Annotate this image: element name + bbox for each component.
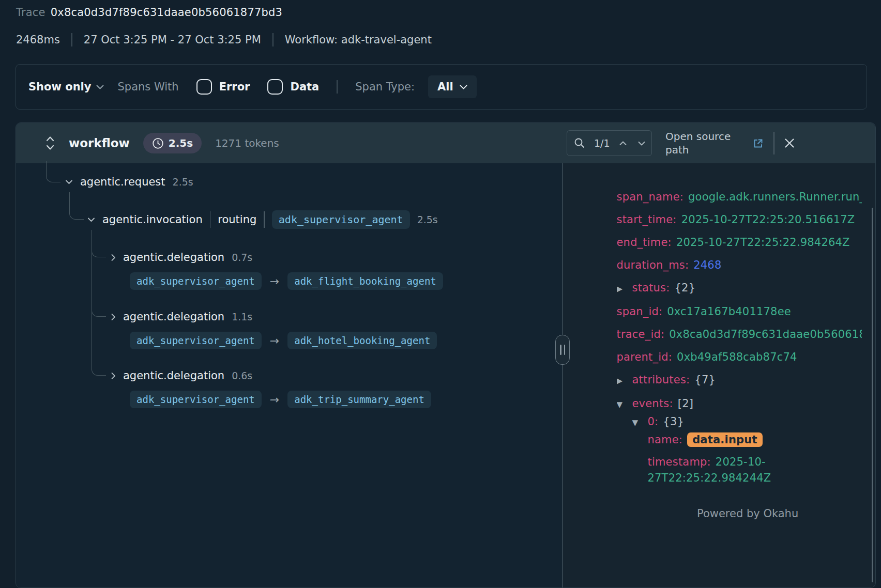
trace-id: 0x8ca0d3d7f89c631daae0b56061877bd3 <box>51 6 282 19</box>
agent-chip[interactable]: adk_hotel_booking_agent <box>287 332 437 349</box>
trace-label: Trace <box>16 6 45 19</box>
error-checkbox[interactable] <box>196 79 212 95</box>
span-name: agentic.delegation <box>123 311 224 323</box>
close-icon[interactable] <box>784 137 795 149</box>
agent-chip[interactable]: adk_supervisor_agent <box>272 210 410 229</box>
span-duration: 2.5s <box>417 214 438 225</box>
filter-bar: Show only Spans With Error Data Span Typ… <box>16 64 867 110</box>
detail-key: span_id: <box>617 305 663 318</box>
search-prev-button[interactable] <box>619 141 627 146</box>
caret-right-icon[interactable]: ▶ <box>617 373 632 389</box>
detail-value: 0xb49af588cab87c74 <box>677 351 797 363</box>
trace-workflow: Workflow: adk-travel-agent <box>285 34 432 46</box>
detail-key: status: <box>632 282 670 294</box>
error-checkbox-label[interactable]: Error <box>219 81 250 93</box>
agent-chip[interactable]: adk_flight_booking_agent <box>287 272 443 290</box>
delegation-agents-1: adk_supervisor_agent → adk_flight_bookin… <box>130 270 443 292</box>
detail-row-duration-ms: duration_ms:2468 <box>617 257 862 273</box>
chevron-right-icon[interactable] <box>111 254 116 261</box>
span-type-label: Span Type: <box>355 81 415 93</box>
delegation-agents-3: adk_supervisor_agent → adk_trip_summary_… <box>130 388 431 411</box>
sort-icon[interactable] <box>45 135 55 151</box>
detail-value: 0xc17a167b401178ee <box>667 305 791 318</box>
workflow-tokens: 1271 tokens <box>215 137 279 149</box>
event-name-badge: data.input <box>687 432 763 447</box>
detail-key: timestamp: <box>648 456 711 468</box>
tree-connector <box>46 161 60 182</box>
agent-chip[interactable]: adk_trip_summary_agent <box>287 391 431 408</box>
trace-time-range: 27 Oct 3:25 PM - 27 Oct 3:25 PM <box>84 34 261 46</box>
detail-value: {7} <box>694 374 716 386</box>
chevron-down-icon[interactable] <box>87 217 95 222</box>
divider <box>773 132 774 154</box>
detail-value: 2025-10-27T22:25:20.516617Z <box>681 213 855 226</box>
detail-value: 0x8ca0d3d7f89c631daae0b56061877bd3 <box>669 328 862 341</box>
chevron-down-icon <box>96 85 104 89</box>
chevron-down-icon[interactable] <box>65 179 73 184</box>
divider <box>71 33 72 47</box>
detail-key: end_time: <box>617 236 672 249</box>
span-type-select[interactable]: All <box>428 75 477 98</box>
search-match-counter: 1/1 <box>594 137 610 149</box>
chevron-right-icon[interactable] <box>111 313 116 321</box>
workflow-header-bar: workflow 2.5s 1271 tokens <box>16 123 875 163</box>
detail-row-event-0: ▼0:{3} <box>617 414 862 431</box>
tree-connector <box>69 192 84 220</box>
show-only-label: Show only <box>28 81 91 93</box>
divider <box>264 211 265 228</box>
data-checkbox[interactable] <box>267 79 283 95</box>
tree-row-invocation[interactable]: agentic.invocation routing adk_superviso… <box>87 209 438 230</box>
detail-key: 0: <box>648 415 659 428</box>
detail-value: google.adk.runners.Runner.run_async <box>688 191 862 203</box>
data-checkbox-label[interactable]: Data <box>290 81 319 93</box>
divider <box>337 80 338 94</box>
workflow-title: workflow <box>69 136 130 150</box>
chevron-down-icon <box>460 85 467 89</box>
detail-row-trace-id: trace_id:0x8ca0d3d7f89c631daae0b56061877… <box>617 327 862 343</box>
caret-down-icon[interactable]: ▼ <box>617 397 632 413</box>
chevron-right-icon[interactable] <box>111 372 116 380</box>
detail-row-end-time: end_time:2025-10-27T22:25:22.984264Z <box>617 235 862 251</box>
external-link-icon[interactable] <box>752 137 764 149</box>
caret-right-icon[interactable]: ▶ <box>617 281 632 297</box>
search-next-button[interactable] <box>638 141 645 146</box>
arrow-right-icon: → <box>270 275 279 288</box>
agent-chip[interactable]: adk_supervisor_agent <box>130 332 262 349</box>
powered-by-watermark: Powered by Okahu <box>697 507 798 520</box>
caret-down-icon[interactable]: ▼ <box>632 415 648 431</box>
agent-chip[interactable]: adk_supervisor_agent <box>130 272 262 290</box>
detail-key: span_name: <box>617 191 684 203</box>
detail-row-span-name: span_name:google.adk.runners.Runner.run_… <box>617 189 862 205</box>
tree-row-request[interactable]: agentic.request 2.5s <box>65 172 193 192</box>
arrow-right-icon: → <box>270 393 279 406</box>
detail-value: 2025-10-27T22:25:22.984264Z <box>676 236 850 249</box>
detail-key: name: <box>648 434 683 446</box>
workflow-duration-pill: 2.5s <box>143 133 202 153</box>
divider <box>272 33 274 47</box>
detail-key: duration_ms: <box>617 259 689 271</box>
search-input[interactable]: 1/1 <box>567 130 652 156</box>
page-title: Trace0x8ca0d3d7f89c631daae0b56061877bd3 <box>16 6 282 19</box>
show-only-dropdown[interactable]: Show only <box>28 81 104 93</box>
tree-row-delegation-2[interactable]: agentic.delegation 1.1s <box>111 306 252 327</box>
span-category: routing <box>218 213 256 226</box>
span-detail-panel: span_name:google.adk.runners.Runner.run_… <box>563 163 876 587</box>
agent-chip[interactable]: adk_supervisor_agent <box>130 391 262 408</box>
scrollbar[interactable] <box>872 208 874 582</box>
detail-row-start-time: start_time:2025-10-27T22:25:20.516617Z <box>617 212 862 228</box>
tree-row-delegation-1[interactable]: agentic.delegation 0.7s <box>111 247 252 268</box>
tree-connector <box>92 230 106 376</box>
search-icon <box>573 137 586 149</box>
tree-row-delegation-3[interactable]: agentic.delegation 0.6s <box>111 365 252 386</box>
panel-resize-handle[interactable] <box>555 335 570 365</box>
detail-row-status: ▶status:{2} <box>617 280 862 297</box>
clock-icon <box>152 137 164 149</box>
span-duration: 0.6s <box>232 370 252 381</box>
detail-row-attributes: ▶attributes:{7} <box>617 372 862 389</box>
trace-meta: 2468ms 27 Oct 3:25 PM - 27 Oct 3:25 PM W… <box>16 33 432 47</box>
span-duration: 2.5s <box>173 176 193 188</box>
span-name: agentic.invocation <box>102 213 203 226</box>
detail-row-event-timestamp: timestamp:2025-10-27T22:25:22.984244Z <box>617 454 862 486</box>
detail-key: start_time: <box>617 213 677 226</box>
span-duration: 0.7s <box>232 252 252 263</box>
